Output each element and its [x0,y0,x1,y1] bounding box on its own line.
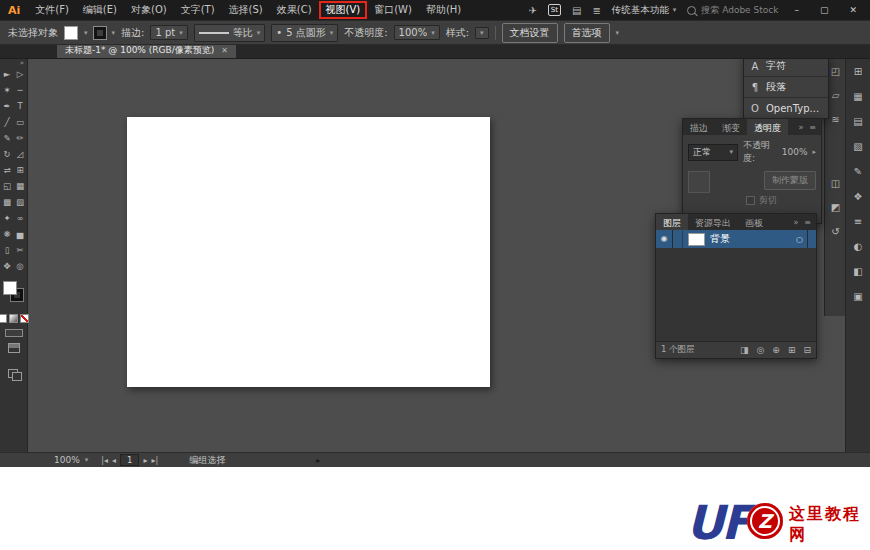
color-button[interactable] [0,314,7,323]
document-tab[interactable]: 未标题-1* @ 100% (RGB/像素预览) ✕ [57,43,236,58]
visibility-eye-icon[interactable]: ◉ [656,230,673,248]
paintbrush-tool[interactable]: ✎ [1,133,13,144]
clip-checkbox-row[interactable]: 剪切 [746,194,777,207]
stroke-color-swatch[interactable] [94,27,106,39]
zoom-level[interactable]: 100% [54,455,80,465]
zoom-tool[interactable]: ◎ [14,261,26,272]
libraries-panel-icon[interactable]: ⊞ [854,66,862,78]
stroke-panel-icon[interactable]: ≡ [854,216,862,228]
search-box[interactable]: 搜索 Adobe Stock [687,4,778,17]
collapse-icon[interactable]: » [793,218,798,227]
maximize-button[interactable]: ▢ [815,5,834,15]
screen-mode-icon[interactable] [8,343,20,353]
info-panel-icon[interactable]: ◰ [831,66,840,78]
preferences-button[interactable]: 首选项 [564,23,610,43]
opacity-label[interactable]: 不透明度: [344,26,387,40]
opacity-dropdown[interactable]: 100% ▾ [394,25,440,40]
drawing-modes-button[interactable] [5,329,23,337]
next-artboard-icon[interactable]: ▸ [143,456,147,465]
close-icon[interactable]: ✕ [221,46,228,55]
change-screen-icon[interactable] [8,369,20,379]
panel-opacity-value[interactable]: 100% [782,147,808,157]
selection-column[interactable] [807,230,816,248]
previous-artboard-icon[interactable]: ◂ [112,456,116,465]
menu-file[interactable]: 文件(F) [28,1,76,19]
make-mask-button[interactable]: 制作蒙版 [764,171,816,190]
make-clipping-mask-icon[interactable]: ◨ [740,345,749,355]
rectangle-tool[interactable]: ▭ [14,117,26,128]
menu-help[interactable]: 帮助(H) [419,1,468,19]
status-flyout-icon[interactable]: ▸ [316,456,320,465]
chevron-down-icon[interactable]: ▾ [112,29,116,37]
magic-wand-tool[interactable]: ✶ [1,85,13,96]
pencil-tool[interactable]: ✏ [14,133,26,144]
workspace-switcher[interactable]: 传统基本功能 ▾ [612,4,677,17]
panel-menu-icon[interactable]: ≡ [804,218,811,227]
style-label[interactable]: 样式: [446,26,469,40]
style-dropdown[interactable]: ▾ [475,27,489,39]
none-button[interactable] [20,314,29,323]
fill-color-swatch[interactable] [64,26,78,40]
paragraph-panel-tab[interactable]: ¶ 段落 [744,77,828,98]
target-circle-icon[interactable]: ○ [796,235,803,244]
tab-gradient[interactable]: 渐变 [715,119,747,135]
artboard[interactable] [127,117,490,387]
rotate-tool[interactable]: ↻ [1,149,13,160]
lasso-tool[interactable]: ∽ [14,85,26,96]
symbol-sprayer-tool[interactable]: ❋ [1,229,13,240]
menu-select[interactable]: 选择(S) [222,1,270,19]
shape-builder-tool[interactable]: ◱ [1,181,13,192]
menu-object[interactable]: 对象(O) [124,1,174,19]
last-artboard-icon[interactable]: ▸| [151,456,158,465]
mesh-tool[interactable]: ▩ [1,197,13,208]
menu-edit[interactable]: 编辑(E) [76,1,124,19]
collapse-icon[interactable]: » [798,123,803,132]
pen-tool[interactable]: ✒ [1,101,13,112]
layer-thumbnail[interactable] [688,233,705,246]
align-panel-icon[interactable]: ≋ [831,114,839,126]
brush-dropdown[interactable]: • 5 点圆形 ▾ [271,24,338,42]
document-setup-button[interactable]: 文档设置 [502,23,558,43]
share-icon[interactable]: ✈ [528,5,536,16]
opentype-panel-tab[interactable]: O OpenTyp... [744,98,828,118]
layer-name[interactable]: 背景 [710,232,796,246]
tab-layers[interactable]: 图层 [656,214,688,230]
menu-window[interactable]: 窗口(W) [367,1,419,19]
eyedropper-tool[interactable]: ✦ [1,213,13,224]
artboard-tool[interactable]: ▯ [1,245,13,256]
close-button[interactable]: ✕ [844,5,862,15]
color-guide-panel-icon[interactable]: ▤ [853,116,862,128]
lock-cell[interactable] [673,230,683,248]
menu-view[interactable]: 视图(V) [319,1,368,19]
type-tool[interactable]: T [14,101,26,112]
appearance-panel-icon[interactable]: ◐ [854,241,863,253]
links-panel-icon[interactable]: ▣ [853,291,862,303]
checkbox-icon[interactable] [746,196,755,205]
first-artboard-icon[interactable]: |◂ [101,456,108,465]
color-panel-icon[interactable]: ▦ [853,91,862,103]
chevron-down-icon[interactable]: ▾ [84,29,88,37]
artboard-number-input[interactable]: 1 [120,454,139,466]
fill-color-swatch[interactable] [3,281,17,295]
stroke-label[interactable]: 描边: [121,26,144,40]
layer-row[interactable]: ◉ 背景 ○ [656,230,816,248]
line-segment-tool[interactable]: ╱ [1,117,13,128]
gradient-button[interactable] [9,314,18,323]
tab-transparency[interactable]: 透明度 [747,119,788,135]
tab-asset-export[interactable]: 资源导出 [688,214,738,230]
graphic-styles-panel-icon[interactable]: ◧ [853,266,862,278]
toolbar-collapse-icon[interactable]: » [20,58,27,67]
width-tool[interactable]: ⇌ [1,165,13,176]
history-panel-icon[interactable]: ↺ [831,226,839,238]
pathfinder-panel-icon[interactable]: ◫ [831,178,840,190]
adobe-stock-icon[interactable]: St [548,4,561,16]
new-layer-icon[interactable]: ⊞ [788,345,796,355]
hand-tool[interactable]: ✥ [1,261,13,272]
arrange-documents-icon[interactable]: ▤ [572,5,581,16]
direct-selection-tool[interactable]: ▷ [14,69,26,80]
free-transform-tool[interactable]: ⊞ [14,165,26,176]
navigator-panel-icon[interactable]: ◩ [831,202,840,214]
minimize-button[interactable]: – [789,5,804,15]
document-layout-icon[interactable]: ≣ [592,5,600,16]
chevron-right-icon[interactable]: ▸ [812,148,816,156]
